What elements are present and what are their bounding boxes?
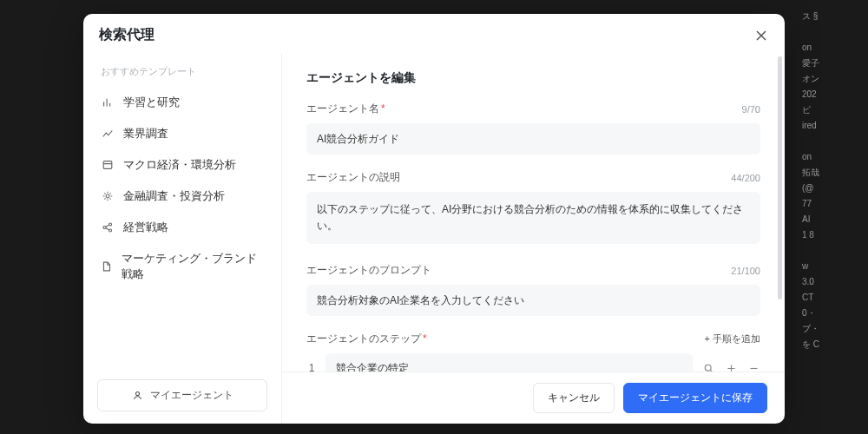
svg-point-1 [106, 194, 109, 198]
search-agent-modal: 検索代理 おすすめテンプレート 学習と研究 業界調査 マクロ経済・環境分析 金融… [83, 14, 785, 424]
char-counter: 9/70 [742, 104, 760, 115]
close-button[interactable] [753, 28, 769, 43]
step-search-button[interactable] [701, 361, 715, 372]
scrollbar[interactable] [778, 56, 782, 299]
sidebar-item-label: 学習と研究 [123, 95, 180, 110]
field-label: エージェントのプロンプト [306, 263, 431, 278]
sidebar-item-marketing[interactable]: マーケティング・ブランド戦略 [94, 243, 271, 290]
svg-point-5 [135, 391, 139, 395]
share-icon [101, 220, 115, 234]
svg-point-4 [109, 229, 112, 232]
minus-icon [748, 363, 760, 372]
cancel-button[interactable]: キャンセル [533, 383, 615, 413]
agent-description-input[interactable] [306, 192, 760, 244]
field-agent-description: エージェントの説明 44/200 [306, 170, 760, 247]
char-counter: 21/100 [731, 266, 760, 276]
svg-point-2 [103, 227, 106, 229]
search-icon [703, 363, 714, 372]
field-agent-name: エージェント名* 9/70 [306, 102, 760, 155]
sidebar-item-macro[interactable]: マクロ経済・環境分析 [94, 149, 271, 181]
sidebar-item-label: 経営戦略 [123, 220, 168, 235]
sidebar-item-label: マクロ経済・環境分析 [123, 157, 236, 173]
modal-header: 検索代理 [83, 14, 785, 53]
gear-icon [101, 189, 115, 203]
sidebar-item-industry[interactable]: 業界調査 [94, 118, 271, 149]
field-label: エージェント名* [306, 102, 385, 116]
my-agent-label: マイエージェント [150, 388, 233, 403]
trending-icon [101, 127, 115, 141]
field-label: エージェントのステップ* [306, 332, 427, 346]
calendar-icon [101, 158, 115, 172]
modal-title: 検索代理 [99, 26, 155, 44]
agent-name-input[interactable] [306, 123, 760, 155]
my-agent-button[interactable]: マイエージェント [97, 379, 267, 411]
step-number: 1 [306, 362, 317, 372]
chart-bar-icon [101, 95, 115, 109]
form-scroll[interactable]: エージェントを編集 エージェント名* 9/70 エージェントの説明 44/200 [282, 53, 785, 372]
sidebar-item-label: マーケティング・ブランド戦略 [122, 251, 264, 282]
close-icon [755, 30, 767, 42]
sidebar-footer: マイエージェント [94, 369, 271, 424]
field-agent-steps: エージェントのステップ* + 手順を追加 1 [306, 332, 760, 372]
step-input[interactable] [326, 353, 693, 372]
modal-body: おすすめテンプレート 学習と研究 業界調査 マクロ経済・環境分析 金融調査・投資… [83, 53, 785, 424]
modal-footer: キャンセル マイエージェントに保存 [282, 372, 785, 424]
svg-point-3 [109, 223, 112, 226]
char-counter: 44/200 [731, 173, 760, 183]
step-remove-button[interactable] [746, 361, 760, 372]
sidebar-header: おすすめテンプレート [94, 60, 271, 87]
main-panel: エージェントを編集 エージェント名* 9/70 エージェントの説明 44/200 [281, 53, 785, 424]
sidebar-item-finance[interactable]: 金融調査・投資分析 [94, 181, 271, 212]
form-heading: エージェントを編集 [306, 70, 760, 86]
field-agent-prompt: エージェントのプロンプト 21/100 [306, 263, 760, 316]
sidebar-item-label: 業界調査 [123, 126, 168, 141]
step-row: 1 [306, 353, 760, 372]
sidebar-item-study[interactable]: 学習と研究 [94, 87, 271, 118]
sidebar: おすすめテンプレート 学習と研究 業界調査 マクロ経済・環境分析 金融調査・投資… [83, 53, 281, 424]
save-button[interactable]: マイエージェントに保存 [623, 383, 767, 413]
user-icon [132, 390, 143, 401]
required-mark: * [423, 332, 427, 345]
sidebar-item-strategy[interactable]: 経営戦略 [94, 212, 271, 243]
agent-prompt-input[interactable] [306, 285, 760, 316]
required-mark: * [381, 102, 385, 115]
svg-rect-0 [103, 161, 112, 169]
plus-icon [726, 363, 737, 372]
step-add-button[interactable] [724, 361, 738, 372]
sidebar-item-label: 金融調査・投資分析 [123, 188, 225, 204]
add-step-link[interactable]: + 手順を追加 [705, 332, 760, 345]
background-obscured-text: ス §on愛子オン202ピiredon拓哉 (@77AI1 8w3.0CT0・ブ… [799, 0, 868, 434]
document-icon [101, 260, 113, 273]
svg-point-6 [705, 365, 711, 371]
field-label: エージェントの説明 [306, 170, 400, 185]
